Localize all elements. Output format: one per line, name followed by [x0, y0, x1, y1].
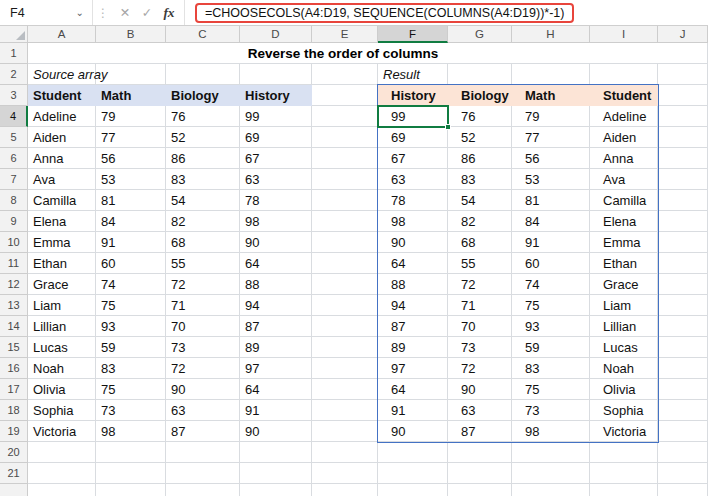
row-header-8[interactable]: 8 [0, 190, 28, 211]
cell-F15[interactable]: 89 [378, 337, 448, 358]
cell-G7[interactable]: 83 [448, 169, 512, 190]
cell-C9[interactable]: 82 [166, 211, 240, 232]
cell-D12[interactable]: 88 [240, 274, 312, 295]
cell-B4[interactable]: 79 [96, 106, 166, 127]
cell-A14[interactable]: Lillian [28, 316, 96, 337]
cell-J3[interactable] [658, 85, 708, 106]
cell-E22[interactable] [312, 484, 378, 496]
cell-C3[interactable]: Biology [166, 85, 240, 106]
cell-B19[interactable]: 98 [96, 421, 166, 442]
cell-I17[interactable]: Olivia [590, 379, 658, 400]
column-header-F[interactable]: F [378, 26, 448, 43]
cell-E14[interactable] [312, 316, 378, 337]
cell-H2[interactable] [512, 64, 590, 85]
cell-C11[interactable]: 55 [166, 253, 240, 274]
cell-B2[interactable] [96, 64, 166, 85]
cell-F10[interactable]: 90 [378, 232, 448, 253]
cell-J19[interactable] [658, 421, 708, 442]
cell-J11[interactable] [658, 253, 708, 274]
cell-I5[interactable]: Aiden [590, 127, 658, 148]
cell-I13[interactable]: Liam [590, 295, 658, 316]
cell-D6[interactable]: 67 [240, 148, 312, 169]
cell-F14[interactable]: 87 [378, 316, 448, 337]
cell-D21[interactable] [240, 463, 312, 484]
cell-J21[interactable] [658, 463, 708, 484]
cell-F18[interactable]: 91 [378, 400, 448, 421]
cell-B12[interactable]: 74 [96, 274, 166, 295]
cell-H10[interactable]: 91 [512, 232, 590, 253]
cell-D15[interactable]: 89 [240, 337, 312, 358]
row-header-10[interactable]: 10 [0, 232, 28, 253]
cell-G3[interactable]: Biology [448, 85, 512, 106]
insert-function-icon[interactable]: fx [158, 5, 180, 21]
cell-F19[interactable]: 90 [378, 421, 448, 442]
cell-I10[interactable]: Emma [590, 232, 658, 253]
cell-A18[interactable]: Sophia [28, 400, 96, 421]
row-header-18[interactable]: 18 [0, 400, 28, 421]
cell-I16[interactable]: Noah [590, 358, 658, 379]
cell-F3[interactable]: History [378, 85, 448, 106]
row-header-11[interactable]: 11 [0, 253, 28, 274]
chevron-down-icon[interactable]: ⌄ [76, 8, 84, 18]
cell-D19[interactable]: 90 [240, 421, 312, 442]
cell-H16[interactable]: 83 [512, 358, 590, 379]
cell-G19[interactable]: 87 [448, 421, 512, 442]
cell-E5[interactable] [312, 127, 378, 148]
cell-J4[interactable] [658, 106, 708, 127]
row-header-21[interactable]: 21 [0, 463, 28, 484]
cell-C2[interactable] [166, 64, 240, 85]
cell-H4[interactable]: 79 [512, 106, 590, 127]
cell-D22[interactable] [240, 484, 312, 496]
cell-C16[interactable]: 72 [166, 358, 240, 379]
row-header-12[interactable]: 12 [0, 274, 28, 295]
column-header-A[interactable]: A [28, 26, 96, 43]
cell-merged-title[interactable]: Reverse the order of columns [28, 43, 658, 63]
row-header-17[interactable]: 17 [0, 379, 28, 400]
cell-G12[interactable]: 72 [448, 274, 512, 295]
cell-I20[interactable] [590, 442, 658, 463]
cell-B3[interactable]: Math [96, 85, 166, 106]
cell-B22[interactable] [96, 484, 166, 496]
cell-A3[interactable]: Student [28, 85, 96, 106]
cell-H17[interactable]: 75 [512, 379, 590, 400]
cell-H20[interactable] [512, 442, 590, 463]
cell-F6[interactable]: 67 [378, 148, 448, 169]
cell-A19[interactable]: Victoria [28, 421, 96, 442]
cell-C8[interactable]: 54 [166, 190, 240, 211]
cell-E3[interactable] [312, 85, 378, 106]
cell-G11[interactable]: 55 [448, 253, 512, 274]
cell-G13[interactable]: 71 [448, 295, 512, 316]
cell-F20[interactable] [378, 442, 448, 463]
cell-H11[interactable]: 60 [512, 253, 590, 274]
cell-D9[interactable]: 98 [240, 211, 312, 232]
cell-G16[interactable]: 72 [448, 358, 512, 379]
column-header-I[interactable]: I [590, 26, 658, 43]
cell-F16[interactable]: 97 [378, 358, 448, 379]
cell-B21[interactable] [96, 463, 166, 484]
cell-J5[interactable] [658, 127, 708, 148]
row-header-5[interactable]: 5 [0, 127, 28, 148]
cell-J7[interactable] [658, 169, 708, 190]
cell-F5[interactable]: 69 [378, 127, 448, 148]
cell-J13[interactable] [658, 295, 708, 316]
cancel-icon[interactable]: ✕ [114, 5, 136, 20]
cell-D20[interactable] [240, 442, 312, 463]
cell-C22[interactable] [166, 484, 240, 496]
cell-J14[interactable] [658, 316, 708, 337]
cell-B9[interactable]: 84 [96, 211, 166, 232]
cell-A6[interactable]: Anna [28, 148, 96, 169]
cell-A4[interactable]: Adeline [28, 106, 96, 127]
cell-J2[interactable] [658, 64, 708, 85]
cell-A7[interactable]: Ava [28, 169, 96, 190]
cell-E9[interactable] [312, 211, 378, 232]
cell-G14[interactable]: 70 [448, 316, 512, 337]
cell-A15[interactable]: Lucas [28, 337, 96, 358]
formula-input[interactable]: =CHOOSECOLS(A4:D19, SEQUENCE(COLUMNS(A4:… [184, 0, 708, 25]
cell-I19[interactable]: Victoria [590, 421, 658, 442]
cell-F9[interactable]: 98 [378, 211, 448, 232]
cell-A5[interactable]: Aiden [28, 127, 96, 148]
cell-G22[interactable] [448, 484, 512, 496]
cell-J12[interactable] [658, 274, 708, 295]
cell-F21[interactable] [378, 463, 448, 484]
cell-B14[interactable]: 93 [96, 316, 166, 337]
